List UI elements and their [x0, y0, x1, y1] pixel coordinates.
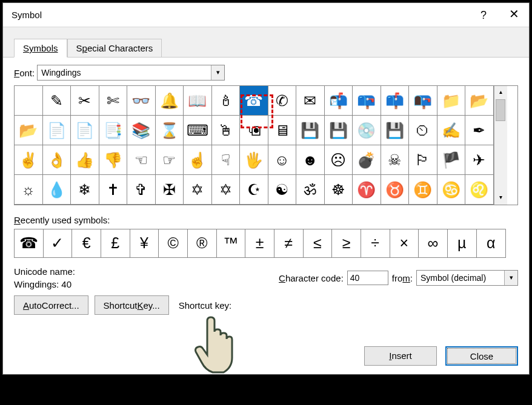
symbol-cell[interactable]: ✌: [15, 145, 43, 175]
symbol-cell[interactable]: 📪: [353, 86, 381, 116]
symbol-cell[interactable]: ☞: [156, 145, 184, 175]
scroll-thumb[interactable]: [496, 99, 505, 121]
recent-symbol-cell[interactable]: ÷: [361, 229, 390, 257]
close-button[interactable]: Close: [445, 346, 518, 366]
recent-symbol-cell[interactable]: ™: [217, 229, 246, 257]
symbol-cell[interactable]: 💾: [381, 116, 410, 145]
symbol-cell[interactable]: ☠: [381, 145, 410, 175]
symbol-cell[interactable]: ✍: [437, 116, 466, 145]
symbol-cell[interactable]: 📄: [71, 116, 99, 145]
recent-symbol-cell[interactable]: ±: [245, 229, 274, 257]
recent-symbol-cell[interactable]: ∞: [419, 229, 448, 257]
symbol-cell[interactable]: 💾: [325, 116, 353, 145]
symbol-cell[interactable]: ☝: [184, 145, 212, 175]
grid-scrollbar[interactable]: ▴ ▾: [494, 86, 507, 205]
symbol-cell[interactable]: ✠: [156, 175, 184, 205]
symbol-cell[interactable]: ✄: [99, 86, 128, 116]
help-button[interactable]: ?: [468, 3, 499, 27]
symbol-cell[interactable]: ♉: [381, 175, 410, 205]
recent-symbol-cell[interactable]: µ: [448, 229, 477, 257]
symbol-cell[interactable]: ✞: [127, 175, 156, 205]
recent-symbol-cell[interactable]: €: [72, 229, 101, 257]
symbol-cell[interactable]: ✂: [71, 86, 99, 116]
symbol-cell[interactable]: ☸: [325, 175, 353, 205]
symbol-cell[interactable]: ⌨: [184, 116, 212, 145]
symbol-cell[interactable]: 💧: [43, 175, 71, 205]
symbol-cell[interactable]: 📭: [409, 86, 437, 116]
symbol-cell[interactable]: 📚: [127, 116, 156, 145]
symbol-cell[interactable]: ✈: [465, 145, 494, 175]
symbol-cell[interactable]: ✎: [43, 86, 71, 116]
symbol-cell[interactable]: ⌛: [156, 116, 184, 145]
font-select[interactable]: Wingdings ▾: [37, 65, 225, 81]
symbol-cell[interactable]: 👓: [127, 86, 156, 116]
symbol-cell[interactable]: 📄: [43, 116, 71, 145]
symbol-cell[interactable]: ☎: [240, 86, 268, 116]
symbol-cell[interactable]: 📖: [184, 86, 212, 116]
symbol-cell[interactable]: 💾: [296, 116, 325, 145]
symbol-cell[interactable]: ✝: [99, 175, 128, 205]
from-select[interactable]: Symbol (decimal) ▾: [416, 270, 518, 286]
symbol-cell[interactable]: 📂: [15, 116, 43, 145]
symbol-cell[interactable]: 👍: [71, 145, 99, 175]
symbol-cell[interactable]: 🔔: [156, 86, 184, 116]
recent-symbol-cell[interactable]: ≤: [304, 229, 333, 257]
symbol-cell[interactable]: ☪: [240, 175, 268, 205]
symbol-cell[interactable]: ☼: [15, 175, 43, 205]
chevron-down-icon[interactable]: ▾: [211, 65, 224, 80]
recent-symbol-cell[interactable]: ×: [390, 229, 419, 257]
symbol-cell[interactable]: 🖲: [240, 116, 268, 145]
tab-special-characters[interactable]: Special Characters: [67, 39, 162, 58]
symbol-cell[interactable]: 🏴: [437, 145, 466, 175]
recent-symbol-cell[interactable]: α: [477, 229, 506, 257]
symbol-cell[interactable]: 🕯: [212, 86, 241, 116]
recent-symbol-cell[interactable]: ©: [159, 229, 188, 257]
character-code-input[interactable]: [347, 271, 388, 285]
autocorrect-button[interactable]: AutoCorrect...: [14, 295, 88, 315]
symbol-cell[interactable]: ✒: [465, 116, 494, 145]
symbol-cell[interactable]: ✉: [296, 86, 325, 116]
recent-symbol-cell[interactable]: ¥: [130, 229, 159, 257]
tab-symbols[interactable]: Symbols: [14, 39, 67, 58]
symbol-cell[interactable]: ☯: [268, 175, 297, 205]
recent-symbol-cell[interactable]: £: [101, 229, 130, 257]
symbol-cell[interactable]: ♋: [437, 175, 466, 205]
symbol-cell[interactable]: ❄: [71, 175, 99, 205]
symbol-cell[interactable]: ☹: [325, 145, 353, 175]
symbol-cell[interactable]: ✆: [268, 86, 297, 116]
symbol-cell[interactable]: 📁: [437, 86, 466, 116]
symbol-cell[interactable]: ✡: [212, 175, 241, 205]
symbol-cell[interactable]: ♌: [465, 175, 494, 205]
symbol-cell[interactable]: 📑: [99, 116, 128, 145]
symbol-cell[interactable]: [15, 86, 43, 116]
symbol-cell[interactable]: ॐ: [296, 175, 325, 205]
insert-button[interactable]: Insert: [364, 346, 437, 366]
symbol-cell[interactable]: ☺: [268, 145, 297, 175]
close-icon[interactable]: ✕: [499, 3, 529, 27]
scroll-up-icon[interactable]: ▴: [494, 86, 507, 99]
shortcut-key-button[interactable]: Shortcut Key...: [95, 295, 169, 315]
recent-symbol-cell[interactable]: ✓: [44, 229, 73, 257]
symbol-cell[interactable]: ⏲: [409, 116, 437, 145]
symbol-cell[interactable]: 👌: [43, 145, 71, 175]
symbol-cell[interactable]: 👎: [99, 145, 128, 175]
recent-symbol-cell[interactable]: ≠: [274, 229, 304, 257]
symbol-cell[interactable]: ☻: [296, 145, 325, 175]
recent-symbol-cell[interactable]: ≥: [332, 229, 361, 257]
symbol-cell[interactable]: 💿: [353, 116, 381, 145]
symbol-cell[interactable]: 📂: [465, 86, 494, 116]
recent-symbol-cell[interactable]: ☎: [15, 229, 44, 257]
symbol-cell[interactable]: 🖥: [268, 116, 297, 145]
symbol-cell[interactable]: 💣: [353, 145, 381, 175]
symbol-cell[interactable]: 🖐: [240, 145, 268, 175]
symbol-cell[interactable]: 🖱: [212, 116, 241, 145]
symbol-cell[interactable]: ✡: [184, 175, 212, 205]
recent-symbol-cell[interactable]: ®: [188, 229, 217, 257]
symbol-cell[interactable]: ♊: [409, 175, 437, 205]
symbol-cell[interactable]: 🏳: [409, 145, 437, 175]
symbol-cell[interactable]: 📬: [325, 86, 353, 116]
chevron-down-icon[interactable]: ▾: [504, 271, 517, 285]
symbol-cell[interactable]: ☟: [212, 145, 241, 175]
symbol-cell[interactable]: 📫: [381, 86, 410, 116]
symbol-cell[interactable]: ♈: [353, 175, 381, 205]
